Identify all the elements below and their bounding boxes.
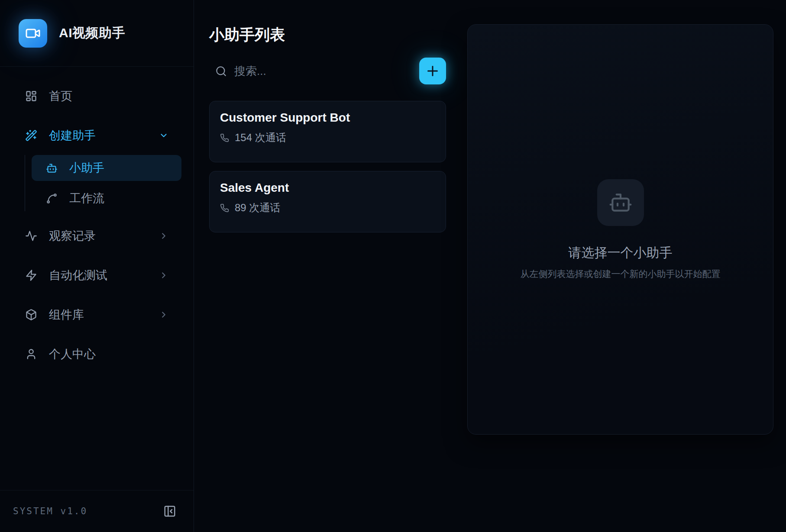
robot-icon-tile	[597, 179, 644, 226]
add-assistant-button[interactable]	[419, 58, 446, 84]
robot-icon	[608, 190, 633, 215]
sidebar-submenu: 小助手 工作流	[25, 155, 181, 211]
search-box	[209, 64, 419, 78]
panel-left-close-icon	[163, 505, 176, 518]
empty-state: 请选择一个小助手 从左侧列表选择或创建一个新的小助手以开始配置	[521, 179, 721, 280]
sidebar-item-label: 首页	[49, 88, 72, 104]
activity-icon	[25, 230, 37, 242]
sidebar-item-automation-test[interactable]: 自动化测试	[12, 262, 181, 288]
assistant-calls: 154 次通话	[220, 131, 435, 145]
phone-icon	[220, 133, 229, 142]
chevron-right-icon	[159, 231, 168, 241]
sidebar-item-profile[interactable]: 个人中心	[12, 341, 181, 367]
calls-count-label: 89 次通话	[235, 201, 280, 215]
phone-icon	[220, 203, 229, 213]
assistant-card[interactable]: Customer Support Bot 154 次通话	[209, 101, 446, 162]
user-icon	[25, 348, 37, 360]
robot-icon	[46, 162, 58, 174]
lightning-icon	[25, 269, 37, 281]
sidebar-footer: SYSTEM v1.0	[0, 490, 194, 532]
chevron-right-icon	[159, 310, 168, 319]
magic-wand-icon	[25, 129, 37, 142]
assistant-card[interactable]: Sales Agent 89 次通话	[209, 171, 446, 232]
sidebar-item-components[interactable]: 组件库	[12, 302, 181, 328]
sidebar-item-observation[interactable]: 观察记录	[12, 223, 181, 249]
sidebar-header: AI视频助手	[0, 0, 194, 67]
calls-count-label: 154 次通话	[235, 131, 286, 145]
assistant-name: Sales Agent	[220, 181, 435, 195]
video-camera-icon	[25, 26, 41, 41]
system-version: SYSTEM v1.0	[13, 506, 87, 516]
search-input[interactable]	[234, 64, 419, 78]
empty-state-title: 请选择一个小助手	[569, 244, 673, 262]
empty-state-subtitle: 从左侧列表选择或创建一个新的小助手以开始配置	[521, 268, 721, 280]
sidebar-item-label: 小助手	[69, 160, 104, 176]
search-row	[209, 57, 446, 85]
search-icon	[215, 65, 227, 77]
sidebar-item-label: 创建助手	[49, 128, 96, 143]
app-root: AI视频助手 首页 创建助手 小助手 工作流	[0, 0, 786, 532]
assistant-calls: 89 次通话	[220, 201, 435, 215]
sidebar-item-label: 个人中心	[49, 346, 96, 362]
sidebar-item-workflow[interactable]: 工作流	[32, 185, 181, 211]
sidebar-item-label: 观察记录	[49, 228, 96, 244]
plus-icon	[425, 63, 440, 79]
main-content: 小助手列表 Customer Support Bot 154 次通话	[194, 0, 786, 532]
app-logo	[19, 19, 47, 48]
assistant-name: Customer Support Bot	[220, 111, 435, 125]
dashboard-icon	[25, 90, 37, 102]
page-title: 小助手列表	[209, 24, 446, 45]
sidebar-item-label: 工作流	[69, 190, 104, 206]
sidebar-item-create-assistant[interactable]: 创建助手	[12, 123, 181, 148]
box-icon	[25, 309, 37, 321]
sidebar-item-assistants[interactable]: 小助手	[32, 155, 181, 181]
assistant-detail-panel: 请选择一个小助手 从左侧列表选择或创建一个新的小助手以开始配置	[467, 24, 773, 435]
app-title: AI视频助手	[59, 24, 125, 42]
chevron-right-icon	[159, 271, 168, 280]
workflow-spline-icon	[46, 193, 58, 204]
sidebar-item-label: 组件库	[49, 307, 84, 322]
sidebar-item-label: 自动化测试	[49, 268, 107, 283]
sidebar-item-home[interactable]: 首页	[12, 83, 181, 109]
sidebar: AI视频助手 首页 创建助手 小助手 工作流	[0, 0, 194, 532]
sidebar-nav: 首页 创建助手 小助手 工作流 观察记录	[0, 67, 194, 490]
assistant-cards: Customer Support Bot 154 次通话 Sales Agent…	[209, 101, 446, 232]
chevron-down-icon	[159, 131, 168, 140]
assistant-list-panel: 小助手列表 Customer Support Bot 154 次通话	[194, 0, 457, 532]
panel-collapse-button[interactable]	[163, 505, 176, 518]
